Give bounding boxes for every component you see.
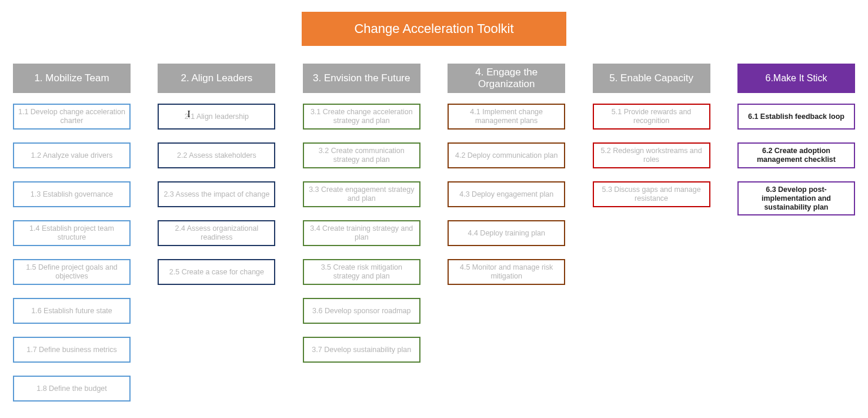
step-item-label: 3.3 Create engagement strategy and plan — [308, 185, 416, 203]
step-item: 6.1 Establish feedback loop — [737, 104, 855, 130]
title-banner: Change Acceleration Toolkit — [302, 12, 566, 46]
step-item-label: 1.6 Establish future state — [31, 307, 112, 316]
step-item-label: 3.6 Develop sponsor roadmap — [312, 307, 410, 316]
step-item: 6.3 Develop post-implementation and sust… — [737, 181, 855, 215]
column-5: 5. Enable Capacity5.1 Provide rewards an… — [593, 64, 710, 414]
step-item-label: 2.5 Create a case for change — [169, 268, 264, 277]
column-header: 4. Engage the Organization — [448, 64, 565, 93]
column-6: 6.Make It Stick6.1 Establish feedback lo… — [737, 64, 855, 414]
step-item: 3.2 Create communication strategy and pl… — [303, 142, 420, 168]
step-item: 5.2 Redesign workstreams and roles — [593, 142, 710, 168]
step-item-label: 4.4 Deploy training plan — [468, 229, 545, 238]
step-item: 3.5 Create risk mitigation strategy and … — [303, 259, 420, 285]
step-item-label: 2.2 Assess stakeholders — [177, 151, 256, 160]
step-item: 2.3 Assess the impact of change — [158, 181, 275, 207]
step-item: 1.8 Define the budget — [13, 376, 131, 402]
step-item: 4.3 Deploy engagement plan — [448, 181, 565, 207]
step-item: 6.2 Create adoption management checklist — [737, 142, 855, 168]
step-item-label: 2.4 Assess organizational readiness — [162, 224, 271, 242]
column-header: 3. Envision the Future — [303, 64, 420, 93]
columns-container: 1. Mobilize Team1.1 Develop change accel… — [0, 64, 868, 414]
step-item: 5.3 Discuss gaps and manage resistance — [593, 181, 710, 207]
step-item-label: 1.1 Develop change acceleration charter — [18, 108, 126, 125]
step-item-label: 3.1 Create change acceleration strategy … — [308, 108, 416, 125]
column-header: 6.Make It Stick — [737, 64, 855, 93]
step-item-label: 4.1 Implement change management plans — [452, 108, 560, 125]
step-item-label: 3.7 Develop sustainability plan — [312, 346, 411, 354]
step-item: 4.2 Deploy communication plan — [448, 142, 565, 168]
column-header: 2. Align Leaders — [158, 64, 275, 93]
step-item-label: 1.4 Establish project team structure — [18, 224, 126, 242]
step-item-label: 5.3 Discuss gaps and manage resistance — [597, 185, 706, 203]
step-item: 5.1 Provide rewards and recognition — [593, 104, 710, 130]
step-item-label: 5.1 Provide rewards and recognition — [597, 108, 706, 125]
step-item: 1.4 Establish project team structure — [13, 220, 131, 246]
diagram-page: Change Acceleration Toolkit 1. Mobilize … — [0, 0, 868, 418]
step-item: 1.6 Establish future state — [13, 298, 131, 324]
step-item: 1.3 Establish governance — [13, 181, 131, 207]
step-item-label: 4.5 Monitor and manage risk mitigation — [452, 263, 560, 281]
step-item-label: 1.7 Define business metrics — [26, 346, 117, 354]
step-item-label: 4.2 Deploy communication plan — [455, 151, 557, 160]
step-item: 4.1 Implement change management plans — [448, 104, 565, 130]
step-item: 4.5 Monitor and manage risk mitigation — [448, 259, 565, 285]
column-2: 2. Align Leaders2.1 Align leadershipI2.2… — [158, 64, 275, 414]
step-item: 3.1 Create change acceleration strategy … — [303, 104, 420, 130]
step-item: 4.4 Deploy training plan — [448, 220, 565, 246]
step-item: 2.2 Assess stakeholders — [158, 142, 275, 168]
column-header: 1. Mobilize Team — [13, 64, 131, 93]
step-item-label: 1.2 Analyze value drivers — [31, 151, 113, 160]
step-item-label: 6.2 Create adoption management checklist — [742, 147, 850, 164]
step-item-label: 1.8 Define the budget — [36, 384, 107, 393]
step-item-label: 1.3 Establish governance — [31, 190, 113, 199]
step-item: 2.1 Align leadershipI — [158, 104, 275, 130]
step-item: 3.7 Develop sustainability plan — [303, 337, 420, 363]
step-item-label: 3.2 Create communication strategy and pl… — [308, 147, 416, 164]
step-item: 1.7 Define business metrics — [13, 337, 131, 363]
step-item-label: 2.3 Assess the impact of change — [163, 190, 269, 199]
column-3: 3. Envision the Future3.1 Create change … — [303, 64, 420, 414]
step-item: 3.6 Develop sponsor roadmap — [303, 298, 420, 324]
step-item-label: 4.3 Deploy engagement plan — [459, 190, 553, 199]
step-item-label: 1.5 Define project goals and objectives — [18, 263, 126, 281]
column-4: 4. Engage the Organization4.1 Implement … — [448, 64, 565, 414]
step-item-label: 3.5 Create risk mitigation strategy and … — [308, 263, 416, 281]
step-item-label: 6.3 Develop post-implementation and sust… — [742, 185, 850, 212]
step-item-label: 3.4 Create training strategy and plan — [308, 224, 416, 242]
step-item-label: 2.1 Align leadership — [185, 112, 249, 121]
step-item-label: 5.2 Redesign workstreams and roles — [597, 147, 706, 164]
step-item: 1.2 Analyze value drivers — [13, 142, 131, 168]
step-item: 2.5 Create a case for change — [158, 259, 275, 285]
step-item: 3.4 Create training strategy and plan — [303, 220, 420, 246]
step-item: 2.4 Assess organizational readiness — [158, 220, 275, 246]
column-header: 5. Enable Capacity — [593, 64, 710, 93]
step-item-label: 6.1 Establish feedback loop — [748, 112, 844, 121]
step-item: 1.1 Develop change acceleration charter — [13, 104, 131, 130]
column-1: 1. Mobilize Team1.1 Develop change accel… — [13, 64, 131, 414]
step-item: 3.3 Create engagement strategy and plan — [303, 181, 420, 207]
step-item: 1.5 Define project goals and objectives — [13, 259, 131, 285]
